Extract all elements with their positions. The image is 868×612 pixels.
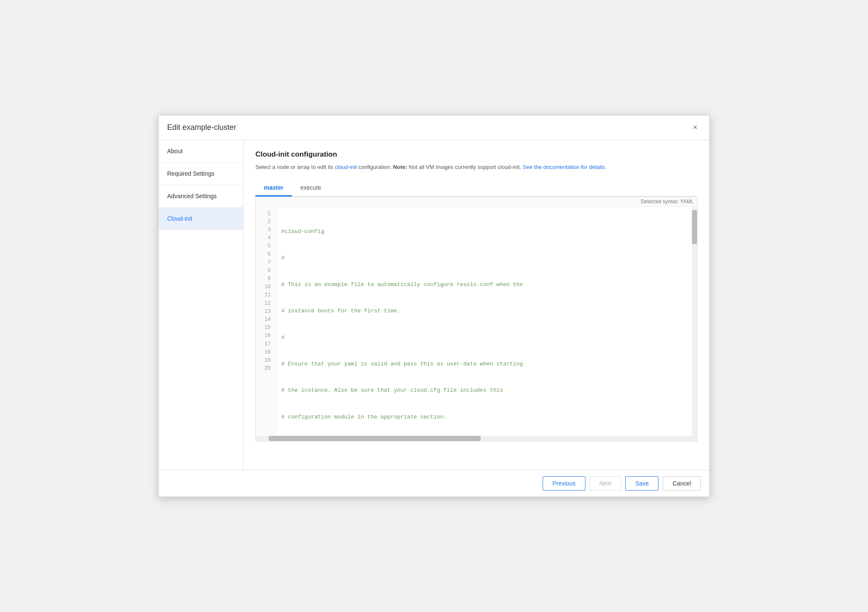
sidebar-item-required-settings[interactable]: Required Settings xyxy=(159,163,243,185)
code-editor[interactable]: 1 2 3 4 5 6 7 8 9 10 11 12 13 14 xyxy=(256,207,697,436)
edit-dialog: Edit example-cluster × About Required Se… xyxy=(158,115,710,497)
sidebar-item-advanced-settings[interactable]: Advanced Settings xyxy=(159,185,243,208)
syntax-label: Detected syntax: YAML xyxy=(256,197,697,207)
dialog-titlebar: Edit example-cluster × xyxy=(159,115,709,140)
code-content[interactable]: #cloud-config # # This is an example fil… xyxy=(276,207,692,436)
horizontal-scrollbar[interactable] xyxy=(256,436,697,441)
previous-button[interactable]: Previous xyxy=(543,476,585,491)
tab-execute[interactable]: execute xyxy=(292,180,330,197)
dialog-body: About Required Settings Advanced Setting… xyxy=(159,140,709,470)
sidebar-item-about[interactable]: About xyxy=(159,140,243,163)
vertical-scrollbar[interactable] xyxy=(692,207,697,436)
code-line-5: # xyxy=(281,334,687,342)
close-button[interactable]: × xyxy=(689,121,701,134)
sidebar: About Required Settings Advanced Setting… xyxy=(159,140,244,470)
main-content: Cloud-init configuration Select a node o… xyxy=(244,140,709,470)
scrollbar-thumb xyxy=(692,210,697,244)
code-line-3: # This is an example file to automatical… xyxy=(281,281,687,289)
dialog-title: Edit example-cluster xyxy=(167,123,236,132)
dialog-footer: Previous Next Save Cancel xyxy=(159,470,709,497)
code-line-7: # the instance. Also be sure that your c… xyxy=(281,386,687,395)
documentation-link[interactable]: See the documentation for details. xyxy=(523,164,606,170)
cloud-init-link[interactable]: cloud-init xyxy=(335,164,357,170)
section-description: Select a node or array to edit its cloud… xyxy=(255,163,697,171)
save-button[interactable]: Save xyxy=(625,476,658,491)
code-line-4: # instance boots for the first time. xyxy=(281,307,687,316)
code-line-6: # Ensure that your yaml is valid and pas… xyxy=(281,360,687,369)
section-title: Cloud-init configuration xyxy=(255,150,697,159)
cancel-button[interactable]: Cancel xyxy=(663,476,701,491)
editor-container: Detected syntax: YAML 1 2 3 4 5 6 7 8 9 … xyxy=(255,197,697,441)
code-line-2: # xyxy=(281,254,687,263)
tab-master[interactable]: master xyxy=(255,180,292,197)
line-numbers: 1 2 3 4 5 6 7 8 9 10 11 12 13 14 xyxy=(256,207,276,436)
horizontal-scrollbar-thumb xyxy=(269,436,481,441)
next-button[interactable]: Next xyxy=(590,476,622,491)
code-line-1: #cloud-config xyxy=(281,227,687,236)
sidebar-item-cloud-init[interactable]: Cloud-init xyxy=(159,208,243,230)
tabs: master execute xyxy=(255,180,697,197)
code-line-8: # configuration module in the appropriat… xyxy=(281,413,687,422)
